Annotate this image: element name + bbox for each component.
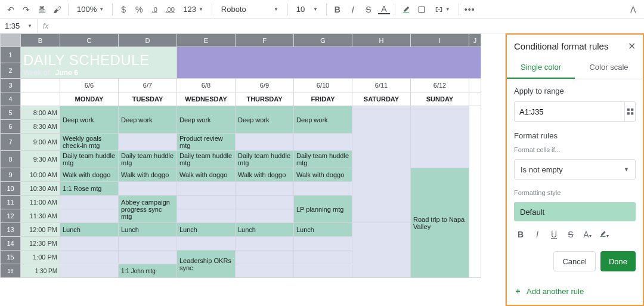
col-header[interactable]: F <box>236 34 294 47</box>
col-header[interactable]: I <box>411 34 469 47</box>
add-rule-button[interactable]: ＋ Add another rule <box>514 286 636 296</box>
event-cell[interactable]: Lunch <box>294 223 352 237</box>
event-cell[interactable]: Lunch <box>177 223 236 237</box>
row-header[interactable]: 7 <box>1 134 21 151</box>
condition-dropdown[interactable]: Is not empty▼ <box>514 159 636 180</box>
bold-button[interactable]: B <box>332 4 343 16</box>
increase-decimal[interactable]: .00 <box>164 4 176 16</box>
event-cell[interactable]: Walk with doggo <box>236 168 294 182</box>
col-header[interactable]: B <box>21 34 60 47</box>
row-header[interactable]: 6 <box>1 120 21 134</box>
select-range-icon[interactable] <box>624 102 635 121</box>
row-header[interactable]: 5 <box>1 106 21 120</box>
row-header[interactable]: 14 <box>1 237 21 251</box>
event-cell[interactable]: Walk with doggo <box>294 168 352 182</box>
font-dropdown[interactable]: Roboto▼ <box>217 2 283 17</box>
row-header[interactable]: 13 <box>1 223 21 237</box>
event-cell[interactable]: Deep work <box>177 106 236 134</box>
svg-rect-4 <box>631 112 633 115</box>
row-header[interactable]: 8 <box>1 151 21 168</box>
format-percent[interactable]: % <box>133 4 145 16</box>
italic-button[interactable]: I <box>532 230 543 239</box>
cancel-button[interactable]: Cancel <box>553 251 595 271</box>
row-header[interactable]: 16 <box>1 264 21 278</box>
strike-button[interactable]: S <box>363 4 374 16</box>
time-cell: 10:00 AM <box>21 168 60 182</box>
text-color-button[interactable]: A <box>378 5 390 14</box>
col-header[interactable]: C <box>60 34 119 47</box>
tab-single-color[interactable]: Single color <box>507 57 575 79</box>
italic-button[interactable]: I <box>347 4 359 16</box>
row-header[interactable]: 11 <box>1 196 21 209</box>
borders-button[interactable] <box>416 4 428 16</box>
event-cell[interactable]: Deep work <box>236 106 294 134</box>
event-cell[interactable]: Leadership OKRs sync <box>177 251 236 278</box>
zoom-dropdown[interactable]: 100%▼ <box>73 2 107 17</box>
range-input[interactable] <box>515 107 624 116</box>
event-cell[interactable]: Daily team huddle mtg <box>294 151 352 168</box>
underline-button[interactable]: U <box>549 230 559 239</box>
close-icon[interactable]: ✕ <box>628 41 636 52</box>
name-box[interactable]: 1:35▼ <box>0 21 37 30</box>
fill-color-button[interactable]: ▾ <box>599 230 609 239</box>
tab-color-scale[interactable]: Color scale <box>575 57 643 79</box>
decrease-decimal[interactable]: .0 <box>148 4 160 16</box>
event-cell[interactable]: LP planning mtg <box>294 196 352 223</box>
event-cell[interactable]: Lunch <box>236 223 294 237</box>
row-header[interactable]: 10 <box>1 182 21 196</box>
row-header[interactable]: 2 <box>1 63 21 79</box>
date-header: 6/10 <box>294 79 352 92</box>
date-header: 6/7 <box>119 79 177 92</box>
print-icon[interactable]: 🖶 <box>36 4 48 16</box>
event-cell[interactable]: Abbey campaign progress sync mtg <box>119 196 177 223</box>
event-cell[interactable]: Weekly goals check-in mtg <box>60 134 119 151</box>
event-cell[interactable]: 1:1 John mtg <box>119 264 177 278</box>
event-cell[interactable]: Lunch <box>60 223 119 237</box>
event-cell[interactable]: Product review mtg <box>177 134 236 151</box>
column-header-row[interactable]: B C D E F G H I J <box>1 34 481 47</box>
col-header[interactable]: H <box>352 34 411 47</box>
event-cell[interactable]: Daily team huddle mtg <box>119 151 177 168</box>
svg-rect-3 <box>627 112 629 115</box>
strike-button[interactable]: S <box>565 230 576 239</box>
row-header[interactable]: 12 <box>1 209 21 223</box>
format-currency[interactable]: $ <box>117 4 129 16</box>
event-cell[interactable]: Daily team huddle mtg <box>60 151 119 168</box>
done-button[interactable]: Done <box>600 251 636 271</box>
bold-button[interactable]: B <box>515 230 526 239</box>
font-size-dropdown[interactable]: 10▼ <box>293 2 321 17</box>
collapse-toolbar-icon[interactable]: ᐱ <box>627 4 639 16</box>
event-cell[interactable]: Deep work <box>60 106 119 134</box>
event-cell[interactable]: Walk with doggo <box>119 168 177 182</box>
spreadsheet-grid[interactable]: B C D E F G H I J 1 DAILY SCHEDULE Week … <box>0 33 506 306</box>
merge-button[interactable]: ▼ <box>431 2 454 17</box>
select-all-corner[interactable] <box>1 34 21 47</box>
col-header[interactable]: G <box>294 34 352 47</box>
undo-icon[interactable]: ↶ <box>5 4 17 16</box>
fill-color-button[interactable] <box>400 4 412 16</box>
col-header[interactable]: J <box>469 34 481 47</box>
col-header[interactable]: D <box>119 34 177 47</box>
event-cell[interactable]: Daily team huddle mtg <box>236 151 294 168</box>
event-cell[interactable]: Deep work <box>119 106 177 134</box>
paint-format-icon[interactable]: 🖌 <box>51 4 63 16</box>
more-toolbar-button[interactable]: ••• <box>464 4 476 16</box>
event-cell[interactable]: Road trip to Napa Valley <box>411 168 469 278</box>
redo-icon[interactable]: ↷ <box>20 4 32 16</box>
event-cell[interactable]: Walk with doggo <box>177 168 236 182</box>
row-header[interactable]: 3 <box>1 79 21 92</box>
event-cell[interactable]: Walk with doggo <box>60 168 119 182</box>
formula-input[interactable] <box>54 19 644 33</box>
event-cell[interactable]: 1:1 Rose mtg <box>60 182 119 196</box>
text-color-button[interactable]: A▾ <box>582 230 593 239</box>
row-header[interactable]: 4 <box>1 92 21 106</box>
event-cell[interactable]: Lunch <box>119 223 177 237</box>
event-cell[interactable]: Deep work <box>294 106 352 134</box>
row-header[interactable]: 15 <box>1 251 21 264</box>
event-cell[interactable]: Daily team huddle mtg <box>177 151 236 168</box>
day-header: FRIDAY <box>294 92 352 106</box>
more-formats-dropdown[interactable]: 123▼ <box>179 2 207 17</box>
col-header[interactable]: E <box>177 34 236 47</box>
row-header[interactable]: 9 <box>1 168 21 182</box>
row-header[interactable]: 1 <box>1 47 21 63</box>
